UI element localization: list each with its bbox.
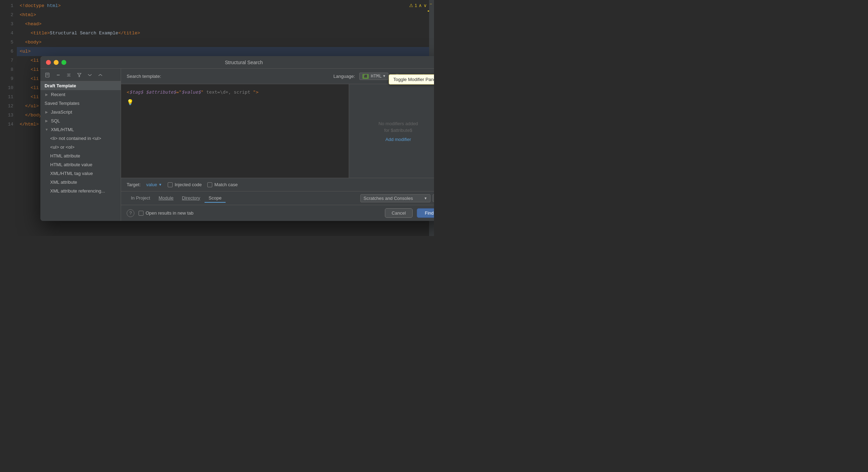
template-code-line: <$tag$ $attribute$="$value$" text=\d+, s… (127, 88, 343, 96)
search-template-label: Search template: (127, 74, 161, 79)
target-dropdown[interactable]: value ▼ (146, 182, 162, 187)
no-modifiers-text: No modifiers addedfor $attribute$ (379, 120, 418, 134)
center-button[interactable] (64, 71, 73, 79)
search-header: Search template: Language: ⬛ HTML ▼ (121, 69, 434, 84)
dialog-body: Draft Template ▶ Recent Saved Templates … (40, 69, 434, 221)
html-icon: ⬛ (362, 74, 369, 79)
dialog-footer: ? Open results in new tab Cancel Find (121, 205, 434, 221)
template-sidebar: Draft Template ▶ Recent Saved Templates … (40, 69, 121, 221)
template-code-content: <$tag$ $attribute$="$value$" text=\d+, s… (127, 88, 259, 96)
sidebar-item-li-not-in-ul[interactable]: <li> not contained in <ul> (40, 134, 121, 143)
sidebar-item-html-attribute-value[interactable]: HTML attribute value (40, 160, 121, 169)
injected-code-checkbox[interactable] (168, 182, 173, 187)
sidebar-item-saved-templates[interactable]: Saved Templates (40, 99, 121, 108)
dialog-title: Structural Search (225, 60, 263, 65)
help-button[interactable]: ? (127, 209, 134, 217)
scope-ellipsis-button[interactable]: ... (433, 194, 434, 202)
warning-icon: ⚠ (409, 3, 413, 8)
content-area: Search template: Language: ⬛ HTML ▼ (121, 69, 434, 221)
sidebar-item-javascript[interactable]: ▶ JavaScript (40, 108, 121, 116)
language-label: Language: (333, 74, 355, 79)
warning-count: 1 (415, 3, 417, 8)
sidebar-item-xml-attribute-ref[interactable]: XML attribute referencing... (40, 187, 121, 195)
chevron-right-icon: ▶ (45, 93, 49, 97)
sidebar-toolbar (40, 69, 121, 81)
scope-row: In Project Module Directory Scope Scra (121, 191, 434, 205)
code-line-3: <head> (17, 20, 434, 29)
scope-chevron-icon: ▼ (424, 196, 427, 200)
code-line-2: <html> (17, 11, 434, 20)
sidebar-item-recent[interactable]: ▶ Recent (40, 90, 121, 99)
add-modifier-link[interactable]: Add modifier (386, 137, 411, 142)
template-editor: <$tag$ $attribute$="$value$" text=\d+, s… (121, 84, 434, 178)
content-bottom: Target: value ▼ Injected code Match case (121, 178, 434, 205)
line-numbers: 12345 678910 11121314 (0, 0, 17, 129)
code-line-4: <title>Structural Search Example</title> (17, 29, 434, 38)
filter-button[interactable] (75, 71, 84, 79)
open-new-tab-label[interactable]: Open results in new tab (139, 210, 194, 216)
sidebar-item-xmlhtml-tag-value[interactable]: XML/HTML tag value (40, 169, 121, 178)
scope-tab-directory[interactable]: Directory (178, 194, 205, 203)
sidebar-item-sql[interactable]: ▶ SQL (40, 116, 121, 125)
sidebar-item-html-attribute[interactable]: HTML attribute (40, 151, 121, 160)
chevron-down-icon[interactable]: ∨ (423, 3, 427, 8)
sidebar-item-draft-template[interactable]: Draft Template (40, 81, 121, 90)
dropdown-chevron-icon: ▼ (383, 74, 385, 78)
find-button[interactable]: Find (417, 208, 434, 218)
code-line-6: <ul> (17, 47, 434, 56)
svg-marker-7 (78, 73, 81, 77)
modifiers-panel: No modifiers addedfor $attribute$ Add mo… (349, 84, 434, 178)
template-code-area[interactable]: <$tag$ $attribute$="$value$" text=\d+, s… (121, 84, 349, 178)
target-chevron-icon: ▼ (159, 183, 162, 187)
minimize-window-button[interactable] (54, 60, 59, 65)
language-dropdown[interactable]: ⬛ HTML ▼ (359, 73, 388, 80)
maximize-window-button[interactable] (61, 60, 66, 65)
target-row: Target: value ▼ Injected code Match case (121, 178, 434, 191)
match-case-checkbox[interactable] (207, 182, 212, 187)
toggle-modifier-tooltip: Toggle Modifier Panel (389, 74, 434, 85)
injected-code-checkbox-label[interactable]: Injected code (168, 182, 202, 187)
structural-search-dialog: Structural Search (40, 56, 434, 221)
open-new-tab-checkbox[interactable] (139, 211, 143, 216)
chevron-down-icon-xml: ▼ (45, 128, 49, 132)
expand-button[interactable] (85, 71, 94, 79)
scope-select[interactable]: Scratches and Consoles ▼ (360, 194, 430, 202)
close-window-button[interactable] (46, 60, 51, 65)
scope-tab-scope[interactable]: Scope (205, 194, 226, 203)
new-template-button[interactable] (43, 71, 52, 79)
chevron-right-icon-sql: ▶ (45, 119, 49, 123)
scope-tab-module[interactable]: Module (154, 194, 178, 203)
traffic-lights (46, 60, 66, 65)
sidebar-item-xml-html[interactable]: ▼ XML/HTML (40, 125, 121, 134)
warning-indicator[interactable]: ⚠ 1 ∧ ∨ (409, 3, 427, 8)
scope-tab-in-project[interactable]: In Project (127, 194, 154, 203)
sidebar-item-xml-attribute[interactable]: XML attribute (40, 178, 121, 187)
dialog-titlebar: Structural Search (40, 56, 434, 69)
cancel-button[interactable]: Cancel (385, 208, 412, 218)
match-case-checkbox-label[interactable]: Match case (207, 182, 238, 187)
code-line-1: <!doctype html> (17, 1, 434, 11)
sidebar-item-ul-or-ol[interactable]: <ul> or <ol> (40, 143, 121, 151)
chevron-right-icon-js: ▶ (45, 110, 49, 114)
code-line-5: <body> (17, 38, 434, 47)
chevron-up-icon[interactable]: ∧ (419, 3, 422, 8)
lightbulb-icon[interactable]: 💡 (127, 99, 343, 107)
scope-dropdown-area: Scratches and Consoles ▼ ... (360, 194, 434, 202)
warning-scroll-dot: — (430, 2, 433, 6)
target-label: Target: (127, 182, 141, 187)
delete-template-button[interactable] (54, 71, 63, 79)
collapse-button[interactable] (96, 71, 105, 79)
